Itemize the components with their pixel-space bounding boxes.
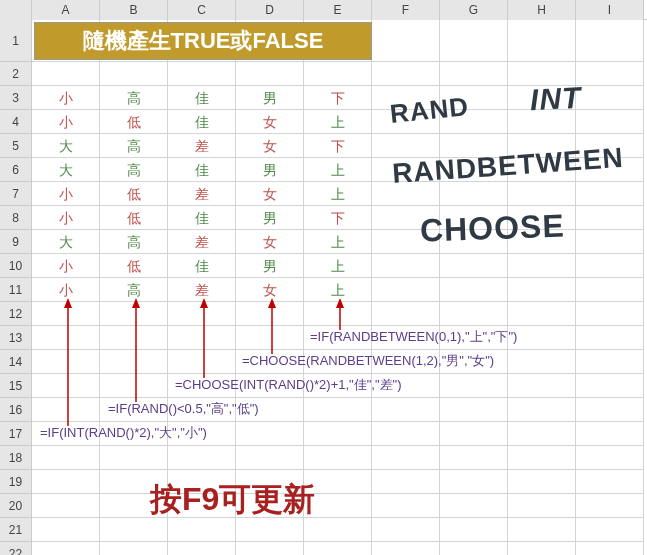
row-header[interactable]: 11 bbox=[0, 278, 32, 302]
cell[interactable] bbox=[440, 470, 508, 494]
cell[interactable] bbox=[372, 494, 440, 518]
col-header-E[interactable]: E bbox=[304, 0, 372, 20]
cell-C6[interactable]: 佳 bbox=[168, 158, 236, 182]
row-header[interactable]: 16 bbox=[0, 398, 32, 422]
select-all-corner[interactable] bbox=[0, 0, 32, 20]
col-header-C[interactable]: C bbox=[168, 0, 236, 20]
cell[interactable] bbox=[372, 62, 440, 86]
cell-C4[interactable]: 佳 bbox=[168, 110, 236, 134]
cell-A6[interactable]: 大 bbox=[32, 158, 100, 182]
cell[interactable] bbox=[576, 20, 644, 62]
cell[interactable] bbox=[440, 374, 508, 398]
cell-C9[interactable]: 差 bbox=[168, 230, 236, 254]
cell-D5[interactable]: 女 bbox=[236, 134, 304, 158]
col-header-I[interactable]: I bbox=[576, 0, 644, 20]
cell-B9[interactable]: 高 bbox=[100, 230, 168, 254]
cell[interactable] bbox=[372, 518, 440, 542]
cell[interactable] bbox=[440, 446, 508, 470]
cell[interactable] bbox=[576, 110, 644, 134]
col-header-F[interactable]: F bbox=[372, 0, 440, 20]
cell[interactable] bbox=[304, 62, 372, 86]
cell[interactable] bbox=[440, 302, 508, 326]
cell[interactable] bbox=[508, 542, 576, 555]
cell[interactable] bbox=[100, 62, 168, 86]
cell-D3[interactable]: 男 bbox=[236, 86, 304, 110]
cell[interactable] bbox=[576, 470, 644, 494]
cell-A8[interactable]: 小 bbox=[32, 206, 100, 230]
cell-D8[interactable]: 男 bbox=[236, 206, 304, 230]
cell-D4[interactable]: 女 bbox=[236, 110, 304, 134]
cell-E5[interactable]: 下 bbox=[304, 134, 372, 158]
row-header[interactable]: 18 bbox=[0, 446, 32, 470]
cell[interactable] bbox=[304, 398, 372, 422]
cell[interactable] bbox=[576, 350, 644, 374]
row-header[interactable]: 15 bbox=[0, 374, 32, 398]
cell-A4[interactable]: 小 bbox=[32, 110, 100, 134]
row-header[interactable]: 9 bbox=[0, 230, 32, 254]
cell[interactable] bbox=[508, 20, 576, 62]
cell[interactable] bbox=[32, 542, 100, 555]
row-header[interactable]: 19 bbox=[0, 470, 32, 494]
cell-B5[interactable]: 高 bbox=[100, 134, 168, 158]
cell[interactable] bbox=[576, 278, 644, 302]
cell-D10[interactable]: 男 bbox=[236, 254, 304, 278]
row-header[interactable]: 6 bbox=[0, 158, 32, 182]
cell[interactable] bbox=[508, 182, 576, 206]
cell-D7[interactable]: 女 bbox=[236, 182, 304, 206]
cell-A5[interactable]: 大 bbox=[32, 134, 100, 158]
cell[interactable] bbox=[32, 494, 100, 518]
col-header-H[interactable]: H bbox=[508, 0, 576, 20]
cell-B3[interactable]: 高 bbox=[100, 86, 168, 110]
cell[interactable] bbox=[508, 470, 576, 494]
cell-B8[interactable]: 低 bbox=[100, 206, 168, 230]
row-header[interactable]: 5 bbox=[0, 134, 32, 158]
cell-E7[interactable]: 上 bbox=[304, 182, 372, 206]
row-header[interactable]: 17 bbox=[0, 422, 32, 446]
cell[interactable] bbox=[576, 254, 644, 278]
row-header[interactable]: 10 bbox=[0, 254, 32, 278]
cell-D9[interactable]: 女 bbox=[236, 230, 304, 254]
cell[interactable] bbox=[508, 278, 576, 302]
cell[interactable] bbox=[32, 446, 100, 470]
row-header[interactable]: 3 bbox=[0, 86, 32, 110]
cell-C10[interactable]: 佳 bbox=[168, 254, 236, 278]
cell[interactable] bbox=[576, 398, 644, 422]
cell[interactable] bbox=[372, 542, 440, 555]
cell[interactable] bbox=[576, 446, 644, 470]
cell-B4[interactable]: 低 bbox=[100, 110, 168, 134]
row-header[interactable]: 7 bbox=[0, 182, 32, 206]
cell-D6[interactable]: 男 bbox=[236, 158, 304, 182]
cell[interactable] bbox=[32, 518, 100, 542]
cell[interactable] bbox=[508, 326, 576, 350]
cell-C5[interactable]: 差 bbox=[168, 134, 236, 158]
col-header-A[interactable]: A bbox=[32, 0, 100, 20]
cell[interactable] bbox=[304, 542, 372, 555]
cell-E4[interactable]: 上 bbox=[304, 110, 372, 134]
cell[interactable] bbox=[508, 350, 576, 374]
cell[interactable] bbox=[508, 254, 576, 278]
cell[interactable] bbox=[508, 302, 576, 326]
col-header-G[interactable]: G bbox=[440, 0, 508, 20]
cell[interactable] bbox=[576, 302, 644, 326]
row-header[interactable]: 13 bbox=[0, 326, 32, 350]
cell-E3[interactable]: 下 bbox=[304, 86, 372, 110]
cell[interactable] bbox=[100, 446, 168, 470]
cell[interactable] bbox=[372, 446, 440, 470]
cell[interactable] bbox=[168, 62, 236, 86]
cell[interactable] bbox=[440, 62, 508, 86]
cell[interactable] bbox=[372, 470, 440, 494]
cell-B6[interactable]: 高 bbox=[100, 158, 168, 182]
row-header[interactable]: 22 bbox=[0, 542, 32, 555]
cell[interactable] bbox=[440, 518, 508, 542]
cell[interactable] bbox=[508, 398, 576, 422]
cell[interactable] bbox=[32, 470, 100, 494]
cell[interactable] bbox=[440, 542, 508, 555]
cell[interactable] bbox=[440, 20, 508, 62]
cell[interactable] bbox=[440, 278, 508, 302]
cell-A7[interactable]: 小 bbox=[32, 182, 100, 206]
cell[interactable] bbox=[576, 326, 644, 350]
row-header[interactable]: 12 bbox=[0, 302, 32, 326]
cell[interactable] bbox=[304, 422, 372, 446]
cell-E6[interactable]: 上 bbox=[304, 158, 372, 182]
cell[interactable] bbox=[508, 494, 576, 518]
